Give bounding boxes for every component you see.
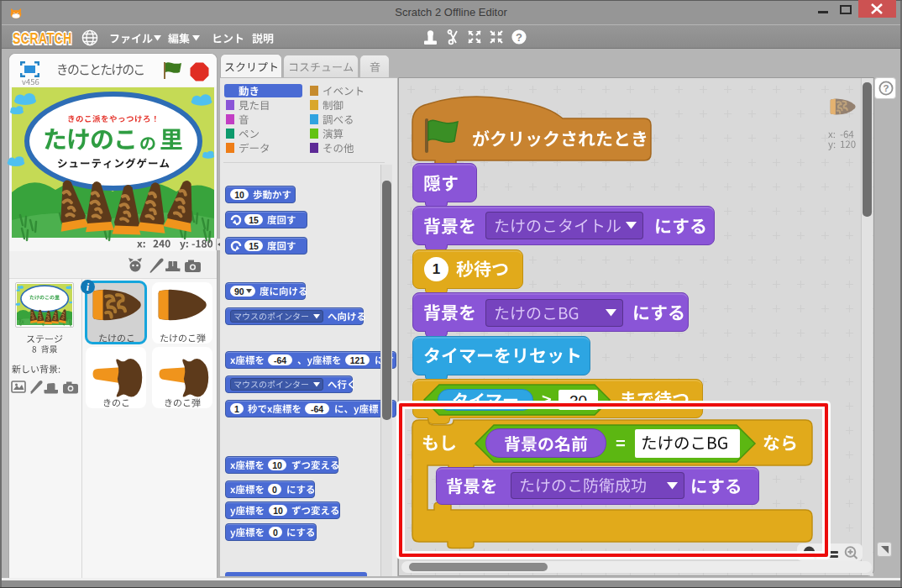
svg-text:?: ? [516, 31, 522, 44]
svg-text:?: ? [883, 83, 889, 93]
